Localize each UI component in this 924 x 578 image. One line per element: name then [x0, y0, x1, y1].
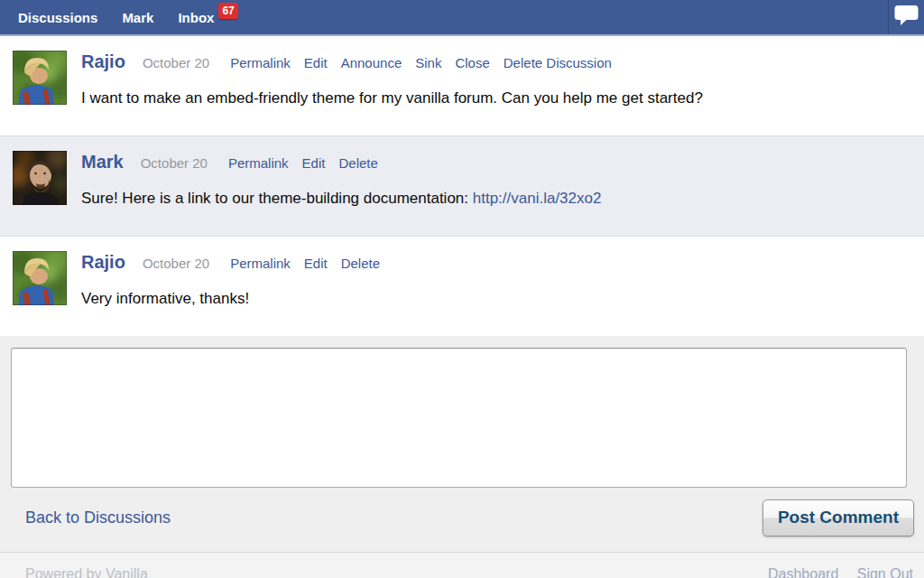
documentation-link[interactable]: http://vani.la/32xo2: [473, 190, 602, 207]
avatar-mark[interactable]: [13, 151, 67, 205]
powered-by-vanilla-link[interactable]: Powered by Vanilla: [25, 566, 148, 578]
comment-content: Rajio October 20 Permalink Edit Announce…: [81, 51, 906, 108]
action-edit[interactable]: Edit: [304, 253, 328, 275]
nav-discussions[interactable]: Discussions: [18, 10, 97, 25]
comment-date: October 20: [143, 253, 209, 275]
post-comment-button[interactable]: Post Comment: [762, 499, 914, 536]
action-close[interactable]: Close: [455, 52, 489, 74]
action-permalink[interactable]: Permalink: [230, 253, 291, 275]
topbar-nav: Discussions Mark Inbox 67: [0, 0, 238, 34]
comment-row: Rajio October 20 Permalink Edit Announce…: [0, 36, 924, 135]
comment-row: Mark October 20 Permalink Edit Delete Su…: [0, 135, 924, 237]
action-announce[interactable]: Announce: [341, 52, 402, 74]
action-permalink[interactable]: Permalink: [230, 52, 291, 74]
avatar-rajio[interactable]: [13, 251, 67, 305]
dashboard-link[interactable]: Dashboard: [768, 566, 838, 578]
comment-content: Rajio October 20 Permalink Edit Delete V…: [81, 251, 906, 309]
comment-body: I want to make an embed-friendly theme f…: [81, 89, 906, 108]
form-actions: Back to Discussions Post Comment: [0, 488, 924, 552]
back-to-discussions-link[interactable]: Back to Discussions: [25, 508, 171, 527]
sign-out-link[interactable]: Sign Out: [857, 566, 913, 578]
comment-date: October 20: [143, 52, 209, 74]
chat-button[interactable]: [888, 0, 924, 34]
comment-body: Sure! Here is a link to our theme-buildi…: [81, 189, 906, 209]
comment-author[interactable]: Rajio: [81, 51, 125, 72]
action-delete[interactable]: Delete: [341, 253, 380, 275]
action-permalink[interactable]: Permalink: [228, 153, 289, 174]
footer-links: Dashboard Sign Out: [753, 566, 913, 578]
action-sink[interactable]: Sink: [415, 52, 441, 74]
comment-row: Rajio October 20 Permalink Edit Delete V…: [0, 237, 924, 336]
comment-content: Mark October 20 Permalink Edit Delete Su…: [81, 151, 906, 209]
avatar-rajio[interactable]: [13, 51, 67, 105]
comment-form: Back to Discussions Post Comment: [0, 336, 924, 552]
action-delete-discussion[interactable]: Delete Discussion: [504, 52, 612, 74]
action-edit[interactable]: Edit: [304, 52, 328, 74]
comment-date: October 20: [141, 153, 208, 174]
action-edit[interactable]: Edit: [302, 153, 326, 174]
comment-input[interactable]: [11, 348, 907, 488]
comment-author[interactable]: Mark: [81, 151, 124, 172]
action-delete[interactable]: Delete: [338, 153, 377, 174]
topbar: Discussions Mark Inbox 67: [0, 0, 924, 36]
nav-mark[interactable]: Mark: [122, 10, 153, 25]
comment-body: Very informative, thanks!: [81, 289, 906, 309]
speech-bubble-icon: [894, 5, 919, 30]
footer: Powered by Vanilla Dashboard Sign Out: [0, 552, 924, 578]
comment-author[interactable]: Rajio: [81, 251, 125, 273]
inbox-count-badge: 67: [218, 3, 237, 19]
nav-inbox[interactable]: Inbox: [178, 10, 214, 25]
